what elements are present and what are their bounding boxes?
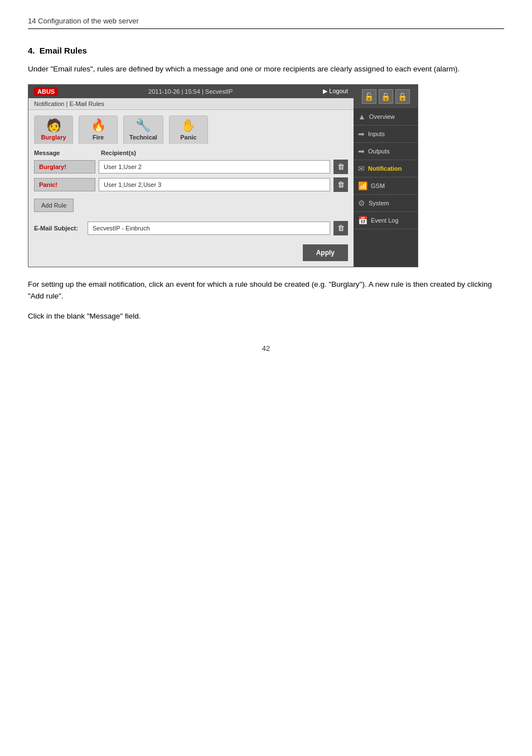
ui-screenshot: ABUS 2011-10-26 | 15:54 | SecvestIP ▶ Lo… (28, 84, 418, 267)
recipients-cell-burglary[interactable]: User 1,User 2 (99, 160, 330, 174)
sidebar-item-inputs[interactable]: ➡ Inputs (354, 126, 418, 143)
notification-icon: ✉ (358, 164, 365, 173)
sidebar-label-overview: Overview (369, 113, 395, 120)
table-area: Message Recipient(s) Burglary! User 1,Us… (28, 144, 354, 267)
tab-fire[interactable]: 🔥 Fire (79, 115, 118, 144)
sidebar-label-system: System (369, 200, 389, 206)
ui-main-panel: ABUS 2011-10-26 | 15:54 | SecvestIP ▶ Lo… (28, 85, 354, 267)
page-number: 42 (262, 344, 270, 353)
delete-button-panic[interactable]: 🗑 (333, 177, 348, 192)
fire-icon: 🔥 (91, 119, 106, 132)
col-header-recipients: Recipient(s) (101, 150, 348, 156)
sidebar-item-outputs[interactable]: ➡ Outputs (354, 143, 418, 160)
burglary-icon: 🧑 (46, 119, 61, 132)
add-rule-button[interactable]: Add Rule (34, 199, 74, 212)
tab-fire-label: Fire (93, 134, 104, 141)
sidebar-label-notification: Notification (368, 165, 402, 172)
logout-button[interactable]: ▶ Logout (323, 88, 348, 95)
message-cell-panic[interactable]: Panic! (34, 178, 95, 191)
delete-button-burglary[interactable]: 🗑 (333, 160, 348, 174)
tab-panic[interactable]: ✋ Panic (169, 115, 208, 144)
abus-logo: ABUS (34, 87, 58, 96)
add-rule-container: Add Rule (34, 196, 348, 218)
recipients-cell-panic[interactable]: User 1,User 2,User 3 (99, 178, 330, 191)
page-header: 14 Configuration of the web server (28, 17, 504, 29)
table-row: Panic! User 1,User 2,User 3 🗑 (34, 177, 348, 192)
email-subject-input[interactable]: SecvestIP - Einbruch (88, 221, 330, 235)
panic-icon: ✋ (181, 119, 196, 132)
delete-email-subject-button[interactable]: 🗑 (333, 221, 348, 235)
sidebar-label-gsm: GSM (371, 182, 385, 189)
overview-icon: ▲ (358, 112, 366, 121)
lock-icon-locked-1[interactable]: 🔒 (379, 89, 393, 104)
lock-icon-open[interactable]: 🔓 (362, 89, 376, 104)
tab-panic-label: Panic (180, 134, 196, 141)
ui-topbar: ABUS 2011-10-26 | 15:54 | SecvestIP ▶ Lo… (28, 85, 354, 98)
intro-paragraph: Under "Email rules", rules are defined b… (28, 63, 504, 75)
sidebar-item-gsm[interactable]: 📶 GSM (354, 177, 418, 195)
message-cell-burglary[interactable]: Burglary! (34, 160, 95, 174)
tabs-row: 🧑 Burglary 🔥 Fire 🔧 Technical ✋ Panic (28, 110, 354, 144)
outputs-icon: ➡ (358, 147, 365, 156)
system-icon: ⚙ (358, 199, 365, 208)
sidebar-item-overview[interactable]: ▲ Overview (354, 108, 418, 126)
header-text: 14 Configuration of the web server (28, 17, 139, 25)
tab-burglary-label: Burglary (41, 134, 66, 141)
after-paragraph-2: Click in the blank "Message" field. (28, 310, 504, 322)
gsm-icon: 📶 (358, 181, 367, 190)
table-header: Message Recipient(s) (34, 150, 348, 156)
page-footer: 42 (28, 344, 504, 353)
col-header-message: Message (34, 150, 101, 156)
sidebar-item-event-log[interactable]: 📅 Event Log (354, 212, 418, 229)
apply-button[interactable]: Apply (303, 244, 348, 261)
technical-icon: 🔧 (136, 119, 151, 132)
table-row: Burglary! User 1,User 2 🗑 (34, 160, 348, 174)
page-container: 14 Configuration of the web server 4. Em… (0, 0, 532, 386)
sidebar-item-notification[interactable]: ✉ Notification (354, 160, 418, 177)
sidebar-label-inputs: Inputs (368, 131, 385, 137)
email-subject-label: E-Mail Subject: (34, 225, 84, 232)
section-title: 4. Email Rules (28, 46, 504, 55)
event-log-icon: 📅 (358, 216, 367, 225)
topbar-datetime: 2011-10-26 | 15:54 | SecvestIP (148, 88, 233, 95)
lock-icon-locked-2[interactable]: 🔒 (395, 89, 410, 104)
tab-technical-label: Technical (129, 134, 157, 141)
sidebar-item-system[interactable]: ⚙ System (354, 195, 418, 212)
tab-technical[interactable]: 🔧 Technical (123, 115, 163, 144)
breadcrumb: Notification | E-Mail Rules (28, 98, 354, 110)
email-subject-row: E-Mail Subject: SecvestIP - Einbruch 🗑 (34, 221, 348, 235)
after-paragraph-1: For setting up the email notification, c… (28, 278, 504, 302)
sidebar-label-outputs: Outputs (368, 148, 390, 155)
lock-icons-row: 🔓 🔒 🔒 (354, 85, 418, 108)
inputs-icon: ➡ (358, 129, 365, 138)
ui-sidebar: 🔓 🔒 🔒 ▲ Overview ➡ Inputs ➡ Outputs ✉ No… (354, 85, 418, 267)
sidebar-label-event-log: Event Log (371, 217, 399, 224)
tab-burglary[interactable]: 🧑 Burglary (34, 115, 73, 144)
